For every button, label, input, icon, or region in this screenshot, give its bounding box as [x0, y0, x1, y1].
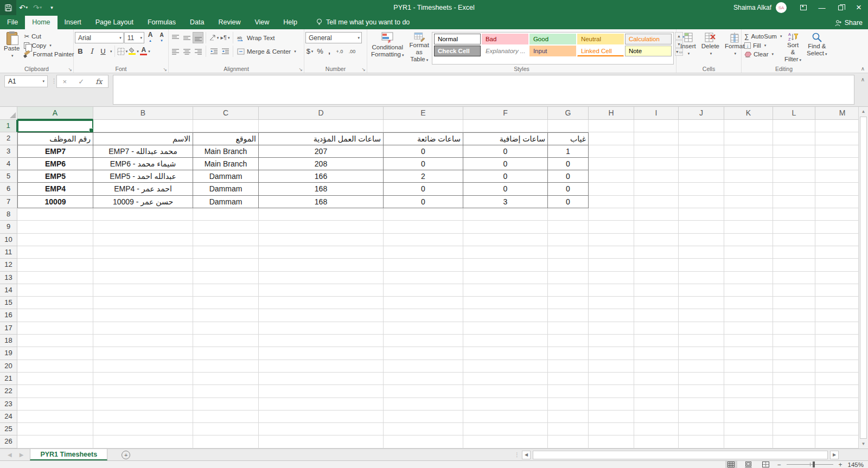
- cell-K24[interactable]: [724, 411, 773, 423]
- decrease-decimal-button[interactable]: .00: [347, 46, 358, 57]
- formula-input[interactable]: [113, 75, 854, 105]
- cell-M1[interactable]: [815, 120, 858, 132]
- row-header-25[interactable]: 25: [0, 423, 17, 435]
- cell-A2[interactable]: رقم الموظف: [17, 132, 93, 145]
- cell-E17[interactable]: [384, 322, 463, 335]
- ribbon-display-options-button[interactable]: [794, 0, 813, 15]
- cell-M10[interactable]: [815, 234, 858, 246]
- zoom-out-icon[interactable]: −: [777, 461, 781, 468]
- cell-I20[interactable]: [634, 360, 679, 373]
- cell-J2[interactable]: [679, 132, 724, 145]
- cell-B25[interactable]: [93, 423, 193, 435]
- cell-M17[interactable]: [815, 322, 858, 335]
- cell-F10[interactable]: [463, 234, 548, 246]
- cell-B4[interactable]: شيماء محمد - EMP6: [93, 158, 193, 170]
- cell-K23[interactable]: [724, 398, 773, 411]
- cell-G10[interactable]: [548, 234, 589, 246]
- cell-K20[interactable]: [724, 360, 773, 373]
- add-sheet-button[interactable]: +: [122, 451, 130, 459]
- column-header-C[interactable]: C: [193, 107, 259, 120]
- cell-J6[interactable]: [679, 183, 724, 195]
- cell-C21[interactable]: [193, 373, 259, 385]
- cell-L15[interactable]: [773, 297, 815, 309]
- cell-A25[interactable]: [17, 423, 93, 435]
- cell-D6[interactable]: 168: [259, 183, 384, 195]
- cell-K13[interactable]: [724, 272, 773, 284]
- cell-D5[interactable]: 166: [259, 170, 384, 183]
- cell-B20[interactable]: [93, 360, 193, 373]
- cell-M26[interactable]: [815, 435, 858, 448]
- wrap-text-button[interactable]: ab Wrap Text: [235, 34, 276, 42]
- cell-K12[interactable]: [724, 259, 773, 271]
- collapse-ribbon-icon[interactable]: ∧: [861, 66, 865, 72]
- cell-M19[interactable]: [815, 347, 858, 360]
- cell-H10[interactable]: [589, 234, 634, 246]
- font-color-button[interactable]: A▾: [140, 46, 151, 57]
- cell-K15[interactable]: [724, 297, 773, 309]
- cell-M21[interactable]: [815, 373, 858, 385]
- align-top-button[interactable]: [170, 32, 181, 43]
- scroll-down-icon[interactable]: ▼: [859, 439, 868, 448]
- cell-L24[interactable]: [773, 411, 815, 423]
- cell-C8[interactable]: [193, 208, 259, 221]
- cell-M6[interactable]: [815, 183, 858, 195]
- cell-H9[interactable]: [589, 221, 634, 233]
- cell-D17[interactable]: [259, 322, 384, 335]
- cell-H6[interactable]: [589, 183, 634, 195]
- cell-E26[interactable]: [384, 435, 463, 448]
- cell-K2[interactable]: [724, 132, 773, 145]
- zoom-in-icon[interactable]: +: [839, 461, 843, 468]
- cell-M22[interactable]: [815, 385, 858, 398]
- cell-J4[interactable]: [679, 158, 724, 170]
- cell-style-normal[interactable]: Normal: [434, 34, 481, 44]
- vertical-scroll-thumb[interactable]: [860, 117, 867, 439]
- comma-style-button[interactable]: ,: [326, 46, 333, 57]
- cell-C19[interactable]: [193, 347, 259, 360]
- cell-J24[interactable]: [679, 411, 724, 423]
- borders-button[interactable]: ▾: [117, 46, 128, 57]
- cell-J16[interactable]: [679, 309, 724, 322]
- cell-F24[interactable]: [463, 411, 548, 423]
- cell-I21[interactable]: [634, 373, 679, 385]
- cell-I6[interactable]: [634, 183, 679, 195]
- cell-H5[interactable]: [589, 170, 634, 183]
- cell-F4[interactable]: 0: [463, 158, 548, 170]
- underline-button[interactable]: U: [98, 46, 108, 57]
- cell-G24[interactable]: [548, 411, 589, 423]
- cell-H8[interactable]: [589, 208, 634, 221]
- text-direction-button[interactable]: ▸¶▾: [220, 32, 231, 43]
- cell-D2[interactable]: ساعات العمل المؤدية: [259, 132, 384, 145]
- cell-M4[interactable]: [815, 158, 858, 170]
- avatar[interactable]: SA: [776, 2, 787, 13]
- cell-D4[interactable]: 208: [259, 158, 384, 170]
- cell-K14[interactable]: [724, 284, 773, 297]
- decrease-font-button[interactable]: A▼: [156, 32, 167, 43]
- cell-K17[interactable]: [724, 322, 773, 335]
- cell-M5[interactable]: [815, 170, 858, 183]
- cell-L13[interactable]: [773, 272, 815, 284]
- cell-B15[interactable]: [93, 297, 193, 309]
- cell-D7[interactable]: 168: [259, 196, 384, 208]
- cell-H25[interactable]: [589, 423, 634, 435]
- format-as-table-button[interactable]: Format as Table▾: [406, 31, 431, 65]
- cell-M9[interactable]: [815, 221, 858, 233]
- cell-E5[interactable]: 2: [384, 170, 463, 183]
- cell-L11[interactable]: [773, 246, 815, 259]
- cell-G22[interactable]: [548, 385, 589, 398]
- cell-F13[interactable]: [463, 272, 548, 284]
- row-header-9[interactable]: 9: [0, 221, 17, 233]
- cell-E22[interactable]: [384, 385, 463, 398]
- insert-function-icon[interactable]: fx: [95, 78, 102, 86]
- cell-J14[interactable]: [679, 284, 724, 297]
- cell-A6[interactable]: EMP4: [17, 183, 93, 195]
- cell-H14[interactable]: [589, 284, 634, 297]
- column-header-M[interactable]: M: [815, 107, 858, 120]
- cell-E7[interactable]: 0: [384, 196, 463, 208]
- cell-F21[interactable]: [463, 373, 548, 385]
- ribbon-tab-page-layout[interactable]: Page Layout: [88, 16, 141, 29]
- cell-E14[interactable]: [384, 284, 463, 297]
- cell-L6[interactable]: [773, 183, 815, 195]
- cell-L18[interactable]: [773, 335, 815, 347]
- cell-I4[interactable]: [634, 158, 679, 170]
- cell-G1[interactable]: [548, 120, 589, 132]
